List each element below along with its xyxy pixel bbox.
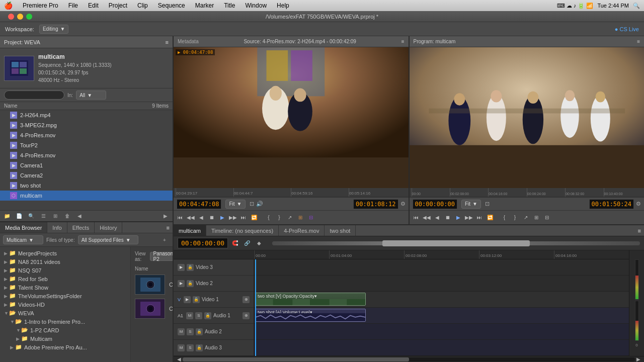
tab-effects[interactable]: Effects — [67, 222, 95, 233]
prog-loop[interactable]: 🔁 — [486, 213, 495, 222]
timeline-tab-prores[interactable]: 4-ProRes.mov — [279, 225, 325, 236]
prog-lift[interactable]: ↗ — [521, 213, 530, 222]
cs-live-button[interactable]: ● CS Live — [615, 26, 639, 32]
timeline-panel-menu[interactable]: ≡ — [635, 228, 644, 234]
program-time-ruler[interactable]: 00:00 00:02:08:00 00:04:16:00 00:06:24:0… — [410, 188, 645, 197]
new-item-button[interactable]: 📄 — [14, 212, 24, 220]
scroll-left-button[interactable]: ◀ — [176, 355, 183, 363]
timeline-add-marker[interactable]: ◆ — [254, 239, 264, 247]
app-menu[interactable]: Premiere Pro — [21, 2, 60, 9]
tab-history[interactable]: History — [95, 222, 122, 233]
new-bin-button[interactable]: 📁 — [2, 212, 12, 220]
clip-menu[interactable]: Clip — [135, 2, 150, 9]
timeline-snap-button[interactable]: 🧲 — [230, 239, 240, 247]
window-menu[interactable]: Window — [243, 2, 269, 9]
prog-go-start[interactable]: ⏮ — [412, 213, 421, 222]
timeline-ruler[interactable]: 00:00 00:01:04:00 00:02:08:00 00:03:12:0… — [254, 250, 629, 259]
program-timecode[interactable]: 00:00:00:00 — [413, 199, 457, 209]
folder-intro[interactable]: ▼ 📂 1-Intro to Premiere Pro... — [0, 317, 130, 326]
folder-red[interactable]: ▶ 📁 Red for Seb — [0, 275, 130, 283]
source-step-fwd[interactable]: ▶▶ — [228, 213, 237, 222]
program-settings-icon[interactable]: ⚙ — [636, 201, 641, 207]
prog-stop[interactable]: ⏹ — [443, 213, 452, 222]
source-stop[interactable]: ⏹ — [207, 213, 216, 222]
find-button[interactable]: 🔍 — [26, 212, 36, 220]
source-go-start[interactable]: ⏮ — [176, 213, 185, 222]
timeline-tab-empty[interactable]: Timeline: (no sequences) — [206, 225, 279, 236]
file-item-0[interactable]: ▶ 2-H264.mp4 — [0, 110, 173, 120]
source-overwrite[interactable]: ⊟ — [306, 213, 315, 222]
edit-menu[interactable]: Edit — [86, 2, 101, 9]
file-item-3[interactable]: ▶ TourP2 — [0, 140, 173, 150]
file-item-1[interactable]: ▶ 3-MPEG2.mpg — [0, 120, 173, 130]
source-play[interactable]: ▶ — [218, 213, 227, 222]
file-menu[interactable]: File — [66, 2, 80, 9]
a2-mute[interactable]: M — [178, 328, 185, 335]
source-menu[interactable]: ≡ — [401, 39, 405, 44]
file-item-4[interactable]: ▶ 4-ProRes.mov — [0, 150, 173, 160]
track-row-a1[interactable]: two shot [A] Volume:Level▾ — [254, 308, 629, 324]
timeline-bottom-scroll[interactable]: ◀ ▶ — [174, 356, 644, 362]
source-insert[interactable]: ⊞ — [296, 213, 305, 222]
prog-step-fwd[interactable]: ▶▶ — [464, 213, 473, 222]
source-safe-icon[interactable]: ⊡ — [250, 201, 254, 207]
prog-multicam[interactable]: ⊟ — [542, 213, 551, 222]
project-menu[interactable]: Project — [107, 2, 129, 9]
panel-menu[interactable]: ≡ — [164, 222, 173, 233]
title-menu[interactable]: Title — [222, 2, 237, 9]
source-fit-dropdown[interactable]: Fit▼ — [225, 200, 245, 209]
sequence-menu[interactable]: Sequence — [156, 2, 187, 9]
file-item-2[interactable]: ▶ 4-ProRes.mov — [0, 130, 173, 140]
source-go-end[interactable]: ⏭ — [239, 213, 248, 222]
folder-talent-show[interactable]: ▶ 📁 Talent Show — [0, 283, 130, 292]
source-settings-icon[interactable]: ⚙ — [400, 201, 406, 207]
folder-multicam[interactable]: ▶ 📁 Multicam — [0, 334, 130, 343]
apple-menu[interactable]: 🍎 — [4, 2, 13, 10]
close-button[interactable] — [8, 14, 14, 20]
track-row-v3[interactable] — [254, 259, 629, 276]
prog-play-back[interactable]: ◀ — [433, 213, 442, 222]
files-of-type-dropdown[interactable]: All Supported Files▼ — [78, 235, 138, 244]
a2-lock[interactable]: 🔒 — [196, 328, 203, 335]
thumb-camera1[interactable]: Camera1 — [135, 275, 169, 295]
in-dropdown[interactable]: All▼ — [76, 90, 106, 100]
source-play-back[interactable]: ◀ — [197, 213, 206, 222]
a1-solo[interactable]: S — [195, 312, 202, 319]
file-item-5[interactable]: ▶ Camera1 — [0, 160, 173, 170]
source-output-icon[interactable]: 🔊 — [256, 201, 263, 207]
timeline-tab-multicam[interactable]: multicam — [174, 225, 206, 236]
folder-adobe[interactable]: ▶ 📁 Adobe Premiere Pro Au... — [0, 343, 130, 351]
tab-media-browser[interactable]: Media Browser — [0, 222, 47, 233]
track-content-area[interactable]: 00:00 00:01:04:00 00:02:08:00 00:03:12:0… — [254, 250, 629, 356]
v3-lock[interactable]: 🔒 — [187, 264, 194, 271]
timeline-timecode[interactable]: 00:00:00:00 — [178, 238, 228, 248]
folder-tree[interactable]: ▶ 📁 MergedProjects ▶ 📁 NA8 2011 videos ▶… — [0, 247, 131, 362]
a3-solo[interactable]: S — [187, 344, 194, 351]
v1-toggle[interactable]: ▶ — [184, 296, 191, 303]
maximize-button[interactable] — [26, 14, 32, 20]
prog-mark-in[interactable]: { — [500, 213, 509, 222]
track-row-a3[interactable] — [254, 340, 629, 356]
file-item-7[interactable]: ▶ two shot — [0, 180, 173, 191]
v2-lock[interactable]: 🔒 — [187, 280, 194, 287]
prog-go-end[interactable]: ⏭ — [475, 213, 484, 222]
prog-extract[interactable]: ⊞ — [532, 213, 541, 222]
track-row-a2[interactable] — [254, 324, 629, 340]
minimize-button[interactable] — [17, 14, 23, 20]
device-dropdown[interactable]: Multicam▼ — [3, 235, 43, 244]
a1-mute[interactable]: M — [186, 312, 193, 319]
add-to-project-button[interactable]: + — [159, 236, 170, 244]
search-input[interactable] — [4, 90, 64, 100]
a3-mute[interactable]: M — [178, 344, 185, 351]
v1-lock[interactable]: 🔒 — [193, 296, 200, 303]
folder-merged-projects[interactable]: ▶ 📁 MergedProjects — [0, 249, 130, 257]
file-item-8[interactable]: ⬡ multicam — [0, 191, 173, 201]
scroll-right-button[interactable]: ▶ — [635, 355, 642, 363]
source-mark-out[interactable]: } — [275, 213, 284, 222]
scroll-right-button[interactable]: ▶ — [160, 212, 171, 220]
source-loop[interactable]: 🔁 — [250, 213, 259, 222]
back-button[interactable]: ◀ — [74, 212, 85, 220]
folder-na8[interactable]: ▶ 📁 NA8 2011 videos — [0, 257, 130, 266]
a3-lock[interactable]: 🔒 — [196, 344, 203, 351]
source-timecode-out[interactable]: 00:01:08:12 — [353, 199, 398, 209]
